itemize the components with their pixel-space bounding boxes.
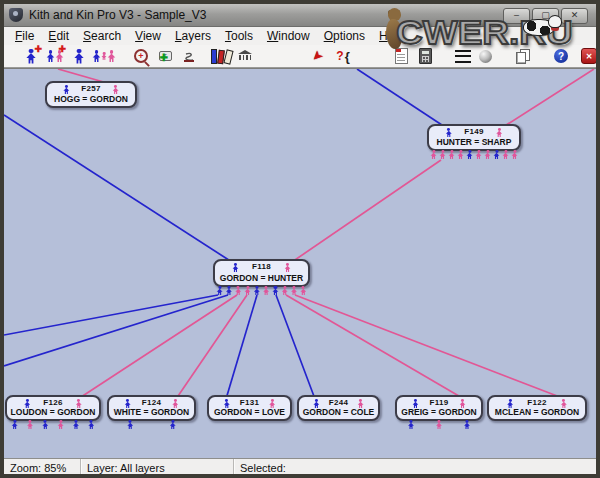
child-male-icon[interactable]	[253, 286, 260, 295]
child-female-icon[interactable]	[57, 420, 64, 429]
children-row	[397, 419, 481, 429]
menu-file[interactable]: File	[8, 28, 41, 44]
child-female-icon[interactable]	[430, 150, 437, 159]
child-female-icon[interactable]	[448, 150, 455, 159]
plus-glyph: ✚	[58, 45, 66, 54]
child-male-icon[interactable]	[493, 150, 500, 159]
wife-icon[interactable]	[496, 128, 503, 137]
child-female-icon[interactable]	[475, 150, 482, 159]
person-glyph	[46, 50, 55, 62]
signature-pen-icon[interactable]	[178, 46, 200, 66]
child-male-icon[interactable]	[72, 420, 79, 429]
child-female-icon[interactable]	[439, 150, 446, 159]
family-id: F122	[489, 398, 585, 407]
menu-window[interactable]: Window	[260, 28, 317, 44]
maximize-button[interactable]: ▢	[532, 8, 559, 24]
menu-tools[interactable]: Tools	[218, 28, 260, 44]
export-pages-icon[interactable]	[512, 46, 534, 66]
window-title: Kith and Kin Pro V3 - Sample_V3	[29, 8, 206, 22]
child-female-icon[interactable]	[244, 286, 251, 295]
child-male-icon[interactable]	[408, 420, 415, 429]
lines-glyph	[455, 50, 471, 63]
family-box-F126[interactable]: F126LOUDON = GORDON	[5, 395, 101, 421]
family-label: HUNTER = SHARP	[429, 137, 519, 147]
family-icon[interactable]	[92, 46, 116, 66]
child-male-icon[interactable]	[169, 420, 176, 429]
child-male-icon[interactable]	[42, 420, 49, 429]
library-building-icon[interactable]	[234, 46, 256, 66]
child-female-icon[interactable]	[436, 420, 443, 429]
wife-icon[interactable]	[284, 263, 291, 272]
exit-icon[interactable]: ✕	[578, 46, 600, 66]
zoom-icon[interactable]: +	[130, 46, 152, 66]
chart-canvas[interactable]: F257HOGG = GORDONF149HUNTER = SHARPF118G…	[4, 68, 596, 458]
child-female-icon[interactable]	[511, 150, 518, 159]
close-button[interactable]: ✕	[561, 8, 588, 24]
family-box-F131[interactable]: F131GORDON = LOVE	[207, 395, 292, 421]
red-pointer-icon[interactable]: ➤	[306, 46, 328, 66]
family-box-F149[interactable]: F149HUNTER = SHARP	[427, 124, 521, 151]
help-icon[interactable]: ?	[550, 46, 572, 66]
person-icon[interactable]	[68, 46, 90, 66]
status-selected: Selected:	[234, 459, 596, 477]
green-plus-glyph: ✚	[160, 53, 168, 62]
add-chart-item-icon[interactable]: T✚	[154, 46, 176, 66]
menu-search[interactable]: Search	[76, 28, 128, 44]
child-male-icon[interactable]	[225, 286, 232, 295]
minimize-button[interactable]: –	[503, 8, 530, 24]
question-glyph: ?	[336, 49, 343, 63]
family-box-F244[interactable]: F244GORDON = COLE	[297, 395, 380, 421]
child-male-icon[interactable]	[11, 420, 18, 429]
child-male-icon[interactable]	[466, 150, 473, 159]
calc-glyph	[419, 48, 432, 64]
child-female-icon[interactable]	[235, 286, 242, 295]
relationship-line	[4, 115, 235, 264]
child-female-icon[interactable]	[502, 150, 509, 159]
line-styles-icon[interactable]	[452, 46, 474, 66]
children-row	[109, 419, 194, 429]
pen-glyph	[183, 50, 195, 62]
sphere-glyph	[479, 50, 492, 63]
family-id: F124	[109, 398, 194, 407]
family-box-F257[interactable]: F257HOGG = GORDON	[45, 81, 137, 108]
report-icon[interactable]	[390, 46, 412, 66]
menu-layers[interactable]: Layers	[168, 28, 218, 44]
child-female-icon[interactable]	[281, 286, 288, 295]
wife-icon[interactable]	[112, 85, 119, 94]
child-female-icon[interactable]	[484, 150, 491, 159]
menu-view[interactable]: View	[128, 28, 168, 44]
child-male-icon[interactable]	[216, 286, 223, 295]
arrow-glyph: ➤	[309, 48, 326, 65]
add-family-icon[interactable]: ✚	[44, 46, 66, 66]
child-female-icon[interactable]	[26, 420, 33, 429]
children-row	[215, 285, 308, 295]
child-female-icon[interactable]	[263, 286, 270, 295]
menu-help[interactable]: Help	[372, 28, 411, 44]
person-glyph	[107, 50, 116, 62]
menu-edit[interactable]: Edit	[41, 28, 76, 44]
books-icon[interactable]	[210, 46, 232, 66]
magnifier-glyph: +	[134, 49, 148, 63]
family-box-F118[interactable]: F118GORDON = HUNTER	[213, 259, 310, 287]
children-row	[429, 149, 519, 159]
child-male-icon[interactable]	[88, 420, 95, 429]
menu-options[interactable]: Options	[317, 28, 372, 44]
status-layer: Layer: All layers	[81, 459, 234, 477]
family-box-F122[interactable]: F122MCLEAN = GORDON	[487, 395, 587, 421]
child-female-icon[interactable]	[457, 150, 464, 159]
family-id: F131	[209, 398, 290, 407]
child-female-icon[interactable]	[300, 286, 307, 295]
toolbar: ✚ ✚ + T✚ ➤ ?{ ? ✕	[4, 45, 596, 68]
family-box-F119[interactable]: F119GREIG = GORDON	[395, 395, 483, 421]
add-person-icon[interactable]: ✚	[20, 46, 42, 66]
family-box-F124[interactable]: F124WHITE = GORDON	[107, 395, 196, 421]
child-female-icon[interactable]	[291, 286, 298, 295]
context-help-icon[interactable]: ?{	[332, 46, 354, 66]
sphere-icon[interactable]	[474, 46, 496, 66]
calculator-icon[interactable]	[414, 46, 436, 66]
child-male-icon[interactable]	[272, 286, 279, 295]
child-male-icon[interactable]	[127, 420, 134, 429]
child-male-icon[interactable]	[464, 420, 471, 429]
family-label: GREIG = GORDON	[397, 407, 481, 417]
title-bar[interactable]: Kith and Kin Pro V3 - Sample_V3 – ▢ ✕	[4, 4, 596, 27]
